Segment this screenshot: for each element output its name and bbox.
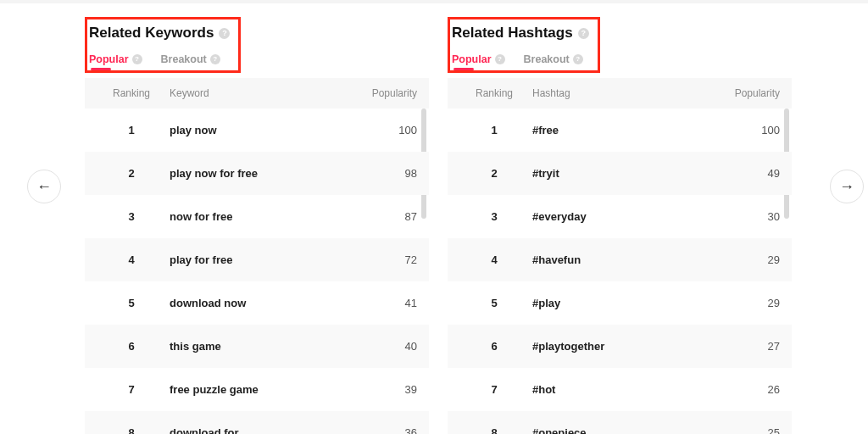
cell-popularity: 29 bbox=[704, 253, 780, 266]
help-icon[interactable]: ? bbox=[495, 54, 505, 64]
cell-rank: 2 bbox=[456, 167, 532, 180]
table-row[interactable]: 3now for free87 bbox=[85, 195, 429, 238]
cell-popularity: 100 bbox=[704, 124, 780, 136]
table-row[interactable]: 1play now100 bbox=[85, 108, 429, 152]
col-header-popularity: Popularity bbox=[704, 87, 780, 99]
cell-hashtag: #tryit bbox=[532, 167, 704, 180]
hashtags-header-box: Related Hashtags ? Popular ? Breakout ? bbox=[448, 17, 600, 73]
cell-keyword: play for free bbox=[170, 253, 341, 266]
cell-keyword: play now bbox=[170, 124, 341, 136]
tab-breakout[interactable]: Breakout ? bbox=[161, 53, 220, 65]
table-row[interactable]: 2#tryit49 bbox=[448, 152, 792, 195]
related-hashtags-panel: Related Hashtags ? Popular ? Breakout ? … bbox=[448, 17, 792, 434]
tab-breakout[interactable]: Breakout ? bbox=[524, 53, 583, 65]
cell-keyword: download now bbox=[170, 297, 341, 309]
arrow-right-icon: → bbox=[839, 178, 854, 196]
table-row[interactable]: 5#play29 bbox=[448, 281, 792, 325]
help-icon[interactable]: ? bbox=[210, 54, 220, 64]
cell-popularity: 41 bbox=[341, 297, 417, 309]
cell-rank: 8 bbox=[93, 426, 170, 434]
table-row[interactable]: 5download now41 bbox=[85, 281, 429, 325]
cell-popularity: 26 bbox=[704, 383, 780, 396]
table-row[interactable]: 7free puzzle game39 bbox=[85, 368, 429, 411]
cell-popularity: 87 bbox=[341, 210, 417, 223]
table-row[interactable]: 7#hot26 bbox=[448, 368, 792, 411]
col-header-keyword: Keyword bbox=[170, 87, 341, 99]
table-row[interactable]: 6this game40 bbox=[85, 325, 429, 368]
cell-keyword: play now for free bbox=[170, 167, 341, 180]
cell-popularity: 27 bbox=[704, 340, 780, 353]
cell-popularity: 49 bbox=[704, 167, 780, 180]
cell-rank: 1 bbox=[93, 124, 170, 136]
cell-rank: 4 bbox=[93, 253, 170, 266]
table-row[interactable]: 8download for36 bbox=[85, 411, 429, 434]
cell-keyword: free puzzle game bbox=[170, 383, 341, 396]
table-row[interactable]: 4play for free72 bbox=[85, 238, 429, 281]
tab-label: Popular bbox=[452, 53, 492, 65]
cell-rank: 4 bbox=[456, 253, 532, 266]
help-icon[interactable]: ? bbox=[219, 28, 230, 39]
col-header-ranking: Ranking bbox=[456, 87, 532, 99]
keywords-title: Related Keywords bbox=[89, 25, 214, 42]
tab-label: Breakout bbox=[161, 53, 207, 65]
cell-hashtag: #playtogether bbox=[532, 340, 704, 353]
help-icon[interactable]: ? bbox=[578, 28, 589, 39]
cell-rank: 6 bbox=[456, 340, 532, 353]
cell-rank: 2 bbox=[93, 167, 170, 180]
tab-popular[interactable]: Popular ? bbox=[452, 53, 505, 65]
cell-rank: 5 bbox=[456, 297, 532, 309]
cell-rank: 7 bbox=[456, 383, 532, 396]
table-row[interactable]: 2play now for free98 bbox=[85, 152, 429, 195]
cell-rank: 3 bbox=[93, 210, 170, 223]
keywords-table-header: Ranking Keyword Popularity bbox=[85, 78, 429, 108]
table-row[interactable]: 8#onepiece25 bbox=[448, 411, 792, 434]
table-row[interactable]: 6#playtogether27 bbox=[448, 325, 792, 368]
cell-popularity: 29 bbox=[704, 297, 780, 309]
cell-keyword: download for bbox=[170, 426, 341, 434]
tab-label: Breakout bbox=[524, 53, 570, 65]
nav-prev-button[interactable]: ← bbox=[27, 170, 61, 203]
arrow-left-icon: ← bbox=[36, 178, 52, 196]
cell-hashtag: #everyday bbox=[532, 210, 704, 223]
keywords-header-box: Related Keywords ? Popular ? Breakout ? bbox=[85, 17, 241, 73]
table-row[interactable]: 4#havefun29 bbox=[448, 238, 792, 281]
cell-popularity: 98 bbox=[341, 167, 417, 180]
related-keywords-panel: Related Keywords ? Popular ? Breakout ? … bbox=[85, 17, 429, 434]
cell-hashtag: #play bbox=[532, 297, 704, 309]
help-icon[interactable]: ? bbox=[132, 54, 142, 64]
cell-rank: 8 bbox=[456, 426, 532, 434]
tab-popular[interactable]: Popular ? bbox=[89, 53, 142, 65]
cell-popularity: 36 bbox=[341, 426, 417, 434]
cell-popularity: 39 bbox=[341, 383, 417, 396]
tab-label: Popular bbox=[89, 53, 129, 65]
cell-rank: 5 bbox=[93, 297, 170, 309]
cell-hashtag: #havefun bbox=[532, 253, 704, 266]
cell-hashtag: #onepiece bbox=[532, 426, 704, 434]
cell-keyword: this game bbox=[170, 340, 341, 353]
col-header-hashtag: Hashtag bbox=[532, 87, 704, 99]
cell-popularity: 40 bbox=[341, 340, 417, 353]
help-icon[interactable]: ? bbox=[573, 54, 583, 64]
cell-hashtag: #free bbox=[532, 124, 704, 136]
cell-rank: 3 bbox=[456, 210, 532, 223]
nav-next-button[interactable]: → bbox=[830, 170, 864, 203]
col-header-popularity: Popularity bbox=[341, 87, 417, 99]
col-header-ranking: Ranking bbox=[93, 87, 170, 99]
cell-keyword: now for free bbox=[170, 210, 341, 223]
cell-rank: 1 bbox=[456, 124, 532, 136]
table-row[interactable]: 1#free100 bbox=[448, 108, 792, 152]
cell-popularity: 25 bbox=[704, 426, 780, 434]
cell-popularity: 72 bbox=[341, 253, 417, 266]
cell-popularity: 100 bbox=[341, 124, 417, 136]
table-row[interactable]: 3#everyday30 bbox=[448, 195, 792, 238]
cell-rank: 6 bbox=[93, 340, 170, 353]
cell-popularity: 30 bbox=[704, 210, 780, 223]
cell-rank: 7 bbox=[93, 383, 170, 396]
hashtags-title: Related Hashtags bbox=[452, 25, 573, 42]
cell-hashtag: #hot bbox=[532, 383, 704, 396]
hashtags-table-header: Ranking Hashtag Popularity bbox=[448, 78, 792, 108]
